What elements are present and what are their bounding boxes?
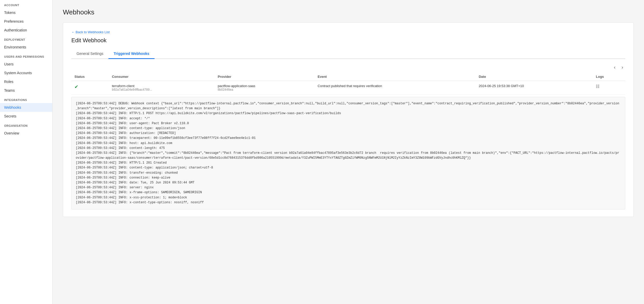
account-section-label: ACCOUNT bbox=[0, 0, 52, 8]
sidebar-item-authentication[interactable]: Authentication bbox=[0, 26, 52, 35]
deployment-section-label: DEPLOYMENT bbox=[0, 35, 52, 43]
table-row: ✔ terraform-client b92a7a61a04e84ffbac47… bbox=[71, 81, 625, 95]
sidebar-item-teams[interactable]: Teams bbox=[0, 86, 52, 95]
status-cell: ✔ bbox=[71, 81, 109, 95]
sidebar-item-preferences[interactable]: Preferences bbox=[0, 17, 52, 26]
organisation-section-label: ORGANISATION bbox=[0, 121, 52, 129]
provider-id: 8b02446ea bbox=[218, 88, 311, 91]
sidebar-item-users[interactable]: Users bbox=[0, 60, 52, 69]
integrations-section-label: INTEGRATIONS bbox=[0, 95, 52, 103]
sidebar-item-overview[interactable]: Overview bbox=[0, 129, 52, 138]
logs-cell: ☷ bbox=[593, 81, 625, 95]
content-card: ← Back to Webhooks List Edit Webhook Gen… bbox=[63, 22, 634, 217]
sidebar-item-environments[interactable]: Environments bbox=[0, 43, 52, 52]
event-cell: Contract published that requires verific… bbox=[315, 81, 476, 95]
tab-triggered-webhooks[interactable]: Triggered Webhooks bbox=[108, 49, 154, 59]
edit-webhook-title: Edit Webhook bbox=[71, 37, 625, 44]
col-event: Event bbox=[315, 73, 476, 81]
tabs: General Settings Triggered Webhooks bbox=[71, 49, 625, 59]
tab-general-settings[interactable]: General Settings bbox=[71, 49, 108, 59]
page-title: Webhooks bbox=[63, 8, 634, 16]
log-output[interactable]: [2024-06-25T09:53:44Z] DEBUG: Webhook co… bbox=[71, 97, 625, 209]
sidebar-item-roles[interactable]: Roles bbox=[0, 77, 52, 86]
col-status: Status bbox=[71, 73, 109, 81]
col-consumer: Consumer bbox=[109, 73, 215, 81]
consumer-cell: terraform-client b92a7a61a04e84ffbac4789… bbox=[109, 81, 215, 95]
col-date: Date bbox=[476, 73, 593, 81]
sidebar-item-tokens[interactable]: Tokens bbox=[0, 8, 52, 17]
consumer-id: b92a7a61a04e84ffbac4789... bbox=[112, 88, 211, 91]
main-content: Webhooks ← Back to Webhooks List Edit We… bbox=[53, 0, 644, 304]
sidebar-item-webhooks[interactable]: Webhooks bbox=[0, 103, 52, 112]
provider-cell: pactflow-application-saas 8b02446ea bbox=[215, 81, 315, 95]
users-permissions-section-label: USERS AND PERMISSIONS bbox=[0, 52, 52, 60]
back-link[interactable]: ← Back to Webhooks List bbox=[71, 30, 110, 34]
triggered-webhooks-table: Status Consumer Provider Event Date Logs… bbox=[71, 73, 625, 95]
provider-name: pactflow-application-saas bbox=[218, 84, 311, 88]
status-success-icon: ✔ bbox=[74, 84, 78, 89]
consumer-name: terraform-client bbox=[112, 84, 211, 88]
sidebar: ACCOUNT Tokens Preferences Authenticatio… bbox=[0, 0, 53, 304]
prev-page-button[interactable]: ‹ bbox=[612, 64, 617, 71]
logs-icon[interactable]: ☷ bbox=[596, 84, 599, 89]
pagination-row: ‹ › bbox=[71, 64, 625, 71]
col-provider: Provider bbox=[215, 73, 315, 81]
sidebar-item-system-accounts[interactable]: System Accounts bbox=[0, 69, 52, 77]
col-logs: Logs bbox=[593, 73, 625, 81]
next-page-button[interactable]: › bbox=[620, 64, 625, 71]
date-cell: 2024-06-25 19:53:38 GMT+10 bbox=[476, 81, 593, 95]
sidebar-item-secrets[interactable]: Secrets bbox=[0, 112, 52, 121]
